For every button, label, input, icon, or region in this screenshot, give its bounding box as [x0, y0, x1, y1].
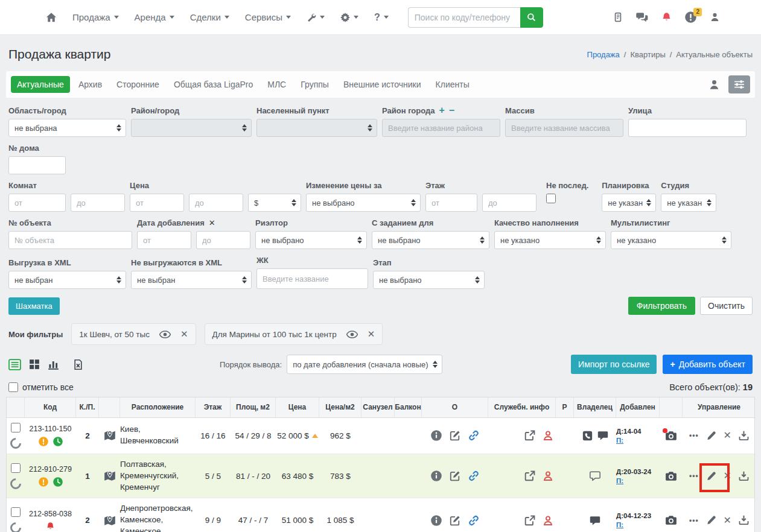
floor-to-input[interactable]: [482, 194, 537, 212]
edit-note-icon[interactable]: [450, 515, 460, 526]
download-icon[interactable]: [739, 471, 749, 481]
warning-icon[interactable]: [39, 437, 48, 446]
date-to-input[interactable]: [196, 231, 250, 249]
clear-date-icon[interactable]: ✕: [209, 218, 215, 227]
map-icon[interactable]: [99, 503, 120, 532]
grid-view-icon[interactable]: [29, 359, 40, 370]
filter-apply-button[interactable]: Фильтровать: [628, 297, 695, 315]
photos-icon[interactable]: [665, 471, 677, 481]
link-icon[interactable]: [468, 470, 479, 481]
row-checkbox[interactable]: [11, 423, 21, 432]
menu-sale[interactable]: Продажа: [72, 12, 119, 22]
external-link-icon[interactable]: [524, 430, 535, 441]
layout-select[interactable]: не указан: [602, 194, 656, 212]
edit-object-icon[interactable]: [706, 515, 716, 525]
publish-link[interactable]: П:: [616, 477, 623, 484]
clock-icon[interactable]: [53, 477, 63, 487]
sort-order-select[interactable]: по дате добавления (сначала новые): [287, 355, 442, 374]
info-icon[interactable]: [431, 515, 442, 526]
delete-object-icon[interactable]: ✕: [724, 471, 731, 481]
stage-select[interactable]: не выбрано: [373, 271, 485, 289]
rooms-to-input[interactable]: [71, 194, 125, 212]
publish-link[interactable]: П:: [616, 521, 623, 528]
tab-archive[interactable]: Архив: [72, 76, 108, 93]
profile-icon[interactable]: [710, 12, 720, 22]
house-number-input[interactable]: [8, 156, 66, 174]
saved-filter-chip[interactable]: 1к Шевч, от 50 тыс ✕: [71, 323, 196, 345]
add-object-button[interactable]: +Добавить объект: [663, 355, 753, 374]
realtor-person-icon[interactable]: [543, 470, 553, 481]
agent-filter-icon[interactable]: [708, 79, 720, 90]
tab-clients[interactable]: Клиенты: [430, 76, 476, 93]
tab-ligapro-base[interactable]: Общая база LigaPro: [168, 76, 259, 93]
more-actions-icon[interactable]: •••: [689, 472, 699, 480]
tab-mls[interactable]: МЛС: [261, 76, 292, 93]
more-actions-icon[interactable]: •••: [689, 431, 699, 440]
studio-select[interactable]: не указан: [661, 194, 716, 212]
knowledge-base-icon[interactable]: [613, 12, 623, 22]
tab-actual[interactable]: Актуальные: [11, 76, 70, 93]
quality-select[interactable]: не указано: [494, 231, 606, 249]
alerts-icon[interactable]: 2: [685, 11, 696, 23]
comment-icon[interactable]: [597, 431, 608, 440]
photos-icon[interactable]: [665, 431, 677, 441]
row-checkbox[interactable]: [11, 507, 21, 517]
map-icon[interactable]: [99, 459, 120, 493]
phone-icon[interactable]: [582, 431, 593, 441]
menu-tools[interactable]: [307, 13, 325, 22]
object-number-input[interactable]: [8, 231, 132, 249]
with-task-select[interactable]: не выбрано: [372, 231, 489, 249]
menu-help[interactable]: ?: [374, 12, 389, 23]
status-ring-icon[interactable]: [8, 521, 23, 532]
excel-export-icon[interactable]: [73, 359, 83, 370]
delete-filter-icon[interactable]: ✕: [368, 329, 375, 340]
breadcrumb-sale-link[interactable]: Продажа: [587, 50, 620, 59]
status-ring-icon[interactable]: [8, 476, 23, 491]
tab-groups[interactable]: Группы: [295, 76, 335, 93]
realtor-person-icon[interactable]: [543, 430, 553, 441]
comment-icon[interactable]: [590, 471, 600, 481]
realtor-person-icon[interactable]: [543, 515, 553, 526]
currency-select[interactable]: $: [248, 194, 301, 212]
tab-external-sources[interactable]: Внешние источники: [337, 76, 427, 93]
complex-input[interactable]: [256, 268, 368, 289]
saved-filter-chip[interactable]: Для Марины от 100 тыс 1к центр ✕: [205, 323, 383, 345]
add-district-icon[interactable]: +: [439, 106, 445, 115]
remove-district-icon[interactable]: −: [449, 106, 454, 115]
delete-object-icon[interactable]: ✕: [724, 516, 731, 525]
edit-object-icon-highlighted[interactable]: [706, 471, 716, 481]
download-icon[interactable]: [739, 431, 749, 441]
edit-note-icon[interactable]: [450, 470, 460, 481]
price-to-input[interactable]: [189, 194, 243, 212]
price-from-input[interactable]: [130, 194, 184, 212]
download-icon[interactable]: [739, 515, 749, 525]
floor-from-input[interactable]: [425, 194, 477, 212]
select-all-checkbox[interactable]: [8, 382, 18, 392]
region-select[interactable]: не выбрана: [8, 119, 126, 137]
edit-object-icon[interactable]: [706, 431, 716, 441]
notifications-bell-icon[interactable]: [661, 12, 672, 22]
status-ring-icon[interactable]: [8, 435, 23, 451]
info-icon[interactable]: [431, 430, 442, 441]
link-icon[interactable]: [468, 430, 479, 441]
menu-deals[interactable]: Сделки: [190, 12, 229, 22]
xml-upload-select[interactable]: не выбран: [8, 271, 126, 289]
view-filter-icon[interactable]: [346, 331, 358, 338]
more-actions-icon[interactable]: •••: [689, 516, 699, 525]
multilisting-select[interactable]: не указано: [611, 231, 731, 249]
photos-icon[interactable]: [665, 515, 677, 525]
clock-icon[interactable]: [53, 437, 63, 446]
menu-rent[interactable]: Аренда: [135, 12, 174, 22]
delete-filter-icon[interactable]: ✕: [180, 329, 188, 340]
street-input[interactable]: [628, 119, 747, 137]
xml-excluded-select[interactable]: не выбран: [131, 271, 252, 289]
import-by-link-button[interactable]: Импорт по ссылке: [571, 355, 657, 374]
rooms-from-input[interactable]: [8, 194, 66, 212]
search-input[interactable]: [408, 7, 520, 28]
info-icon[interactable]: [431, 470, 442, 481]
delete-object-icon[interactable]: ✕: [724, 431, 731, 440]
date-from-input[interactable]: [137, 231, 191, 249]
chessboard-button[interactable]: Шахматка: [8, 297, 60, 315]
external-link-icon[interactable]: [524, 470, 535, 481]
publish-link[interactable]: П:: [616, 437, 623, 444]
